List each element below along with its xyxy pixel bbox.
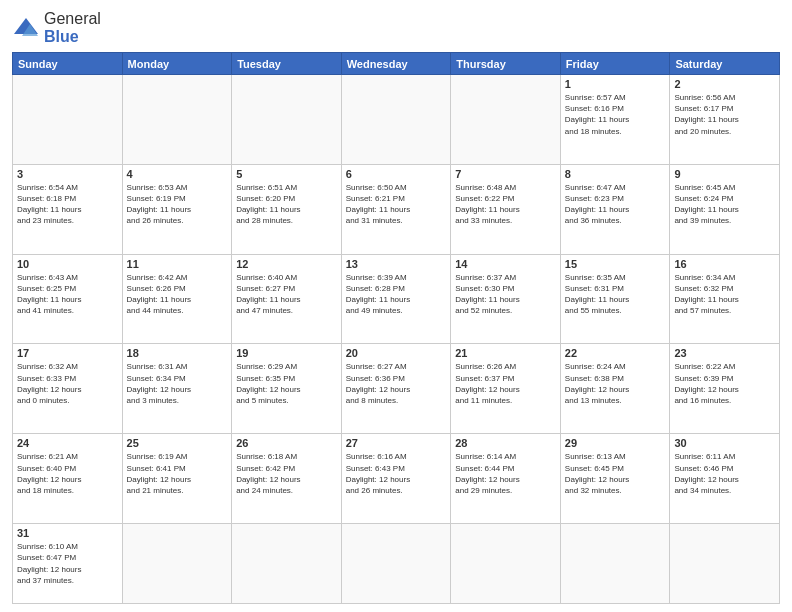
day-info: Sunrise: 6:16 AM Sunset: 6:43 PM Dayligh… bbox=[346, 451, 447, 496]
day-info: Sunrise: 6:56 AM Sunset: 6:17 PM Dayligh… bbox=[674, 92, 775, 137]
table-row: 21Sunrise: 6:26 AM Sunset: 6:37 PM Dayli… bbox=[451, 344, 561, 434]
day-info: Sunrise: 6:37 AM Sunset: 6:30 PM Dayligh… bbox=[455, 272, 556, 317]
table-row: 27Sunrise: 6:16 AM Sunset: 6:43 PM Dayli… bbox=[341, 434, 451, 524]
day-number: 9 bbox=[674, 168, 775, 180]
day-info: Sunrise: 6:10 AM Sunset: 6:47 PM Dayligh… bbox=[17, 541, 118, 586]
day-info: Sunrise: 6:34 AM Sunset: 6:32 PM Dayligh… bbox=[674, 272, 775, 317]
day-number: 29 bbox=[565, 437, 666, 449]
table-row bbox=[341, 75, 451, 165]
header: General Blue bbox=[12, 10, 780, 46]
day-number: 23 bbox=[674, 347, 775, 359]
day-number: 17 bbox=[17, 347, 118, 359]
table-row bbox=[122, 75, 232, 165]
day-info: Sunrise: 6:21 AM Sunset: 6:40 PM Dayligh… bbox=[17, 451, 118, 496]
table-row bbox=[13, 75, 123, 165]
day-info: Sunrise: 6:45 AM Sunset: 6:24 PM Dayligh… bbox=[674, 182, 775, 227]
table-row bbox=[122, 524, 232, 604]
table-row: 31Sunrise: 6:10 AM Sunset: 6:47 PM Dayli… bbox=[13, 524, 123, 604]
calendar-week-row: 24Sunrise: 6:21 AM Sunset: 6:40 PM Dayli… bbox=[13, 434, 780, 524]
day-number: 1 bbox=[565, 78, 666, 90]
day-info: Sunrise: 6:40 AM Sunset: 6:27 PM Dayligh… bbox=[236, 272, 337, 317]
table-row: 6Sunrise: 6:50 AM Sunset: 6:21 PM Daylig… bbox=[341, 164, 451, 254]
day-number: 18 bbox=[127, 347, 228, 359]
day-info: Sunrise: 6:14 AM Sunset: 6:44 PM Dayligh… bbox=[455, 451, 556, 496]
day-info: Sunrise: 6:35 AM Sunset: 6:31 PM Dayligh… bbox=[565, 272, 666, 317]
day-number: 4 bbox=[127, 168, 228, 180]
table-row: 26Sunrise: 6:18 AM Sunset: 6:42 PM Dayli… bbox=[232, 434, 342, 524]
day-number: 21 bbox=[455, 347, 556, 359]
day-info: Sunrise: 6:31 AM Sunset: 6:34 PM Dayligh… bbox=[127, 361, 228, 406]
day-number: 30 bbox=[674, 437, 775, 449]
table-row: 16Sunrise: 6:34 AM Sunset: 6:32 PM Dayli… bbox=[670, 254, 780, 344]
day-number: 26 bbox=[236, 437, 337, 449]
day-number: 19 bbox=[236, 347, 337, 359]
day-number: 6 bbox=[346, 168, 447, 180]
table-row: 8Sunrise: 6:47 AM Sunset: 6:23 PM Daylig… bbox=[560, 164, 670, 254]
table-row: 23Sunrise: 6:22 AM Sunset: 6:39 PM Dayli… bbox=[670, 344, 780, 434]
day-info: Sunrise: 6:42 AM Sunset: 6:26 PM Dayligh… bbox=[127, 272, 228, 317]
table-row: 14Sunrise: 6:37 AM Sunset: 6:30 PM Dayli… bbox=[451, 254, 561, 344]
day-number: 13 bbox=[346, 258, 447, 270]
day-number: 31 bbox=[17, 527, 118, 539]
col-saturday: Saturday bbox=[670, 53, 780, 75]
table-row: 15Sunrise: 6:35 AM Sunset: 6:31 PM Dayli… bbox=[560, 254, 670, 344]
table-row: 13Sunrise: 6:39 AM Sunset: 6:28 PM Dayli… bbox=[341, 254, 451, 344]
day-info: Sunrise: 6:11 AM Sunset: 6:46 PM Dayligh… bbox=[674, 451, 775, 496]
day-info: Sunrise: 6:24 AM Sunset: 6:38 PM Dayligh… bbox=[565, 361, 666, 406]
table-row bbox=[232, 524, 342, 604]
table-row: 3Sunrise: 6:54 AM Sunset: 6:18 PM Daylig… bbox=[13, 164, 123, 254]
day-number: 11 bbox=[127, 258, 228, 270]
table-row: 7Sunrise: 6:48 AM Sunset: 6:22 PM Daylig… bbox=[451, 164, 561, 254]
day-info: Sunrise: 6:22 AM Sunset: 6:39 PM Dayligh… bbox=[674, 361, 775, 406]
table-row: 1Sunrise: 6:57 AM Sunset: 6:16 PM Daylig… bbox=[560, 75, 670, 165]
day-info: Sunrise: 6:50 AM Sunset: 6:21 PM Dayligh… bbox=[346, 182, 447, 227]
calendar-week-row: 17Sunrise: 6:32 AM Sunset: 6:33 PM Dayli… bbox=[13, 344, 780, 434]
day-number: 15 bbox=[565, 258, 666, 270]
day-info: Sunrise: 6:29 AM Sunset: 6:35 PM Dayligh… bbox=[236, 361, 337, 406]
calendar-week-row: 10Sunrise: 6:43 AM Sunset: 6:25 PM Dayli… bbox=[13, 254, 780, 344]
day-number: 5 bbox=[236, 168, 337, 180]
logo: General Blue bbox=[12, 10, 101, 46]
table-row: 28Sunrise: 6:14 AM Sunset: 6:44 PM Dayli… bbox=[451, 434, 561, 524]
table-row: 22Sunrise: 6:24 AM Sunset: 6:38 PM Dayli… bbox=[560, 344, 670, 434]
table-row: 19Sunrise: 6:29 AM Sunset: 6:35 PM Dayli… bbox=[232, 344, 342, 434]
table-row bbox=[560, 524, 670, 604]
calendar-week-row: 31Sunrise: 6:10 AM Sunset: 6:47 PM Dayli… bbox=[13, 524, 780, 604]
day-info: Sunrise: 6:48 AM Sunset: 6:22 PM Dayligh… bbox=[455, 182, 556, 227]
calendar-week-row: 1Sunrise: 6:57 AM Sunset: 6:16 PM Daylig… bbox=[13, 75, 780, 165]
day-number: 24 bbox=[17, 437, 118, 449]
col-monday: Monday bbox=[122, 53, 232, 75]
logo-icon bbox=[12, 14, 40, 42]
day-number: 3 bbox=[17, 168, 118, 180]
day-number: 16 bbox=[674, 258, 775, 270]
table-row: 30Sunrise: 6:11 AM Sunset: 6:46 PM Dayli… bbox=[670, 434, 780, 524]
day-info: Sunrise: 6:19 AM Sunset: 6:41 PM Dayligh… bbox=[127, 451, 228, 496]
table-row: 25Sunrise: 6:19 AM Sunset: 6:41 PM Dayli… bbox=[122, 434, 232, 524]
col-wednesday: Wednesday bbox=[341, 53, 451, 75]
table-row: 4Sunrise: 6:53 AM Sunset: 6:19 PM Daylig… bbox=[122, 164, 232, 254]
day-number: 10 bbox=[17, 258, 118, 270]
day-number: 22 bbox=[565, 347, 666, 359]
day-info: Sunrise: 6:54 AM Sunset: 6:18 PM Dayligh… bbox=[17, 182, 118, 227]
col-thursday: Thursday bbox=[451, 53, 561, 75]
table-row: 17Sunrise: 6:32 AM Sunset: 6:33 PM Dayli… bbox=[13, 344, 123, 434]
table-row: 20Sunrise: 6:27 AM Sunset: 6:36 PM Dayli… bbox=[341, 344, 451, 434]
day-info: Sunrise: 6:26 AM Sunset: 6:37 PM Dayligh… bbox=[455, 361, 556, 406]
col-friday: Friday bbox=[560, 53, 670, 75]
day-info: Sunrise: 6:57 AM Sunset: 6:16 PM Dayligh… bbox=[565, 92, 666, 137]
table-row bbox=[232, 75, 342, 165]
day-info: Sunrise: 6:32 AM Sunset: 6:33 PM Dayligh… bbox=[17, 361, 118, 406]
day-info: Sunrise: 6:51 AM Sunset: 6:20 PM Dayligh… bbox=[236, 182, 337, 227]
table-row bbox=[670, 524, 780, 604]
day-number: 2 bbox=[674, 78, 775, 90]
calendar-week-row: 3Sunrise: 6:54 AM Sunset: 6:18 PM Daylig… bbox=[13, 164, 780, 254]
table-row bbox=[451, 75, 561, 165]
page: General Blue Sunday Monday Tuesday Wedne… bbox=[0, 0, 792, 612]
day-number: 8 bbox=[565, 168, 666, 180]
day-info: Sunrise: 6:13 AM Sunset: 6:45 PM Dayligh… bbox=[565, 451, 666, 496]
day-number: 27 bbox=[346, 437, 447, 449]
day-info: Sunrise: 6:39 AM Sunset: 6:28 PM Dayligh… bbox=[346, 272, 447, 317]
day-number: 12 bbox=[236, 258, 337, 270]
day-info: Sunrise: 6:43 AM Sunset: 6:25 PM Dayligh… bbox=[17, 272, 118, 317]
table-row: 9Sunrise: 6:45 AM Sunset: 6:24 PM Daylig… bbox=[670, 164, 780, 254]
